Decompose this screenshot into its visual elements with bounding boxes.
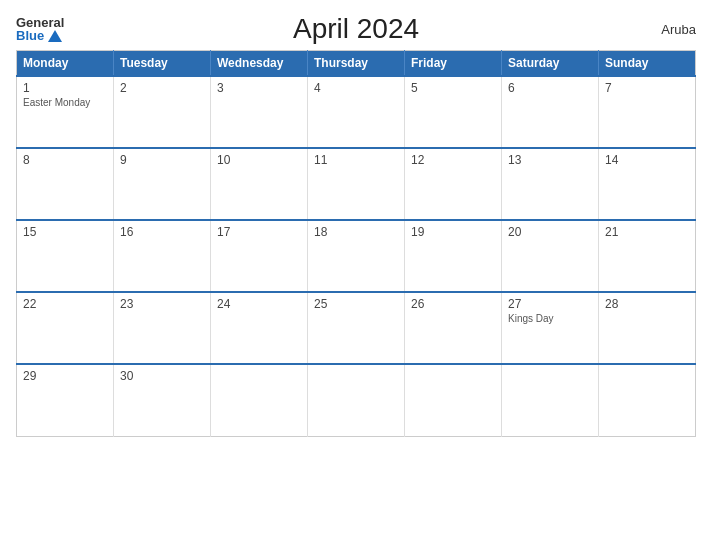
logo: General Blue (16, 16, 64, 42)
calendar-cell: 17 (211, 220, 308, 292)
calendar-cell: 13 (502, 148, 599, 220)
calendar-cell: 2 (114, 76, 211, 148)
day-number: 1 (23, 81, 107, 95)
day-number: 10 (217, 153, 301, 167)
calendar-cell: 23 (114, 292, 211, 364)
calendar-cell: 7 (599, 76, 696, 148)
calendar-title: April 2024 (293, 13, 419, 45)
day-number: 3 (217, 81, 301, 95)
calendar-cell: 24 (211, 292, 308, 364)
calendar-cell: 3 (211, 76, 308, 148)
weekday-header-thursday: Thursday (308, 51, 405, 77)
day-number: 23 (120, 297, 204, 311)
calendar-header: General Blue April 2024 Aruba (16, 16, 696, 42)
day-number: 18 (314, 225, 398, 239)
weekday-header-wednesday: Wednesday (211, 51, 308, 77)
week-row-1: 1Easter Monday234567 (17, 76, 696, 148)
calendar-cell: 15 (17, 220, 114, 292)
calendar-cell: 16 (114, 220, 211, 292)
calendar-cell: 12 (405, 148, 502, 220)
day-number: 11 (314, 153, 398, 167)
weekday-header-friday: Friday (405, 51, 502, 77)
day-number: 24 (217, 297, 301, 311)
week-row-2: 891011121314 (17, 148, 696, 220)
day-number: 7 (605, 81, 689, 95)
day-number: 4 (314, 81, 398, 95)
calendar-cell: 22 (17, 292, 114, 364)
logo-blue-row: Blue (16, 29, 62, 42)
logo-blue-text: Blue (16, 29, 44, 42)
day-number: 5 (411, 81, 495, 95)
calendar-cell (211, 364, 308, 436)
calendar-cell: 10 (211, 148, 308, 220)
day-number: 26 (411, 297, 495, 311)
calendar-cell: 29 (17, 364, 114, 436)
event-label: Kings Day (508, 313, 592, 324)
calendar-cell: 11 (308, 148, 405, 220)
calendar-cell: 27Kings Day (502, 292, 599, 364)
day-number: 9 (120, 153, 204, 167)
day-number: 16 (120, 225, 204, 239)
calendar-cell: 19 (405, 220, 502, 292)
day-number: 13 (508, 153, 592, 167)
calendar-cell: 6 (502, 76, 599, 148)
day-number: 28 (605, 297, 689, 311)
week-row-4: 222324252627Kings Day28 (17, 292, 696, 364)
weekday-header-saturday: Saturday (502, 51, 599, 77)
day-number: 20 (508, 225, 592, 239)
event-label: Easter Monday (23, 97, 107, 108)
day-number: 12 (411, 153, 495, 167)
calendar-cell: 28 (599, 292, 696, 364)
day-number: 27 (508, 297, 592, 311)
calendar-cell: 1Easter Monday (17, 76, 114, 148)
calendar-cell: 25 (308, 292, 405, 364)
day-number: 19 (411, 225, 495, 239)
calendar-cell (308, 364, 405, 436)
calendar-cell: 21 (599, 220, 696, 292)
day-number: 30 (120, 369, 204, 383)
weekday-header-sunday: Sunday (599, 51, 696, 77)
day-number: 6 (508, 81, 592, 95)
calendar-cell: 14 (599, 148, 696, 220)
weekday-header-tuesday: Tuesday (114, 51, 211, 77)
calendar-page: General Blue April 2024 Aruba MondayTues… (16, 16, 696, 437)
day-number: 14 (605, 153, 689, 167)
calendar-cell: 18 (308, 220, 405, 292)
calendar-cell: 26 (405, 292, 502, 364)
day-number: 25 (314, 297, 398, 311)
calendar-table: MondayTuesdayWednesdayThursdayFridaySatu… (16, 50, 696, 437)
calendar-cell: 9 (114, 148, 211, 220)
day-number: 22 (23, 297, 107, 311)
weekday-header-row: MondayTuesdayWednesdayThursdayFridaySatu… (17, 51, 696, 77)
week-row-3: 15161718192021 (17, 220, 696, 292)
week-row-5: 2930 (17, 364, 696, 436)
calendar-cell: 5 (405, 76, 502, 148)
calendar-cell: 4 (308, 76, 405, 148)
day-number: 21 (605, 225, 689, 239)
region-label: Aruba (661, 22, 696, 37)
calendar-cell: 30 (114, 364, 211, 436)
calendar-cell (599, 364, 696, 436)
day-number: 17 (217, 225, 301, 239)
day-number: 29 (23, 369, 107, 383)
calendar-cell (405, 364, 502, 436)
calendar-cell (502, 364, 599, 436)
calendar-cell: 20 (502, 220, 599, 292)
calendar-cell: 8 (17, 148, 114, 220)
day-number: 8 (23, 153, 107, 167)
logo-triangle-icon (48, 30, 62, 42)
day-number: 2 (120, 81, 204, 95)
day-number: 15 (23, 225, 107, 239)
weekday-header-monday: Monday (17, 51, 114, 77)
